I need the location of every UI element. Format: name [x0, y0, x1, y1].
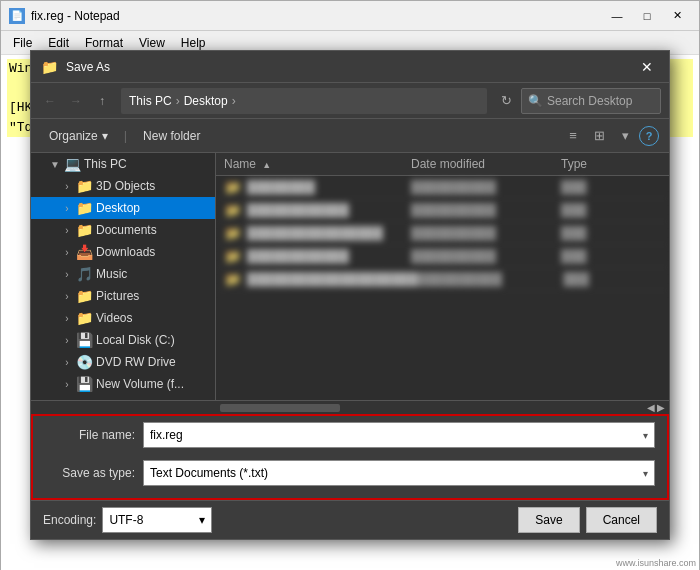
file-type-5: ███ [563, 272, 661, 286]
notepad-app-icon: 📄 [9, 8, 25, 24]
dialog-sidebar: ▼ 💻 This PC › 📁 3D Objects › 📁 Desktop ›… [31, 153, 216, 400]
view-list-icon[interactable]: ≡ [561, 124, 585, 148]
new-folder-button[interactable]: New folder [135, 126, 208, 146]
file-date-4: ██████████ [411, 249, 561, 263]
this-pc-label: This PC [84, 157, 209, 171]
dialog-title-left: 📁 Save As [41, 59, 110, 75]
encoding-select[interactable]: UTF-8 ▾ [102, 507, 212, 533]
save-type-label: Save as type: [45, 466, 135, 480]
save-type-row: Save as type: Text Documents (*.txt) ▾ [33, 457, 667, 492]
encoding-value: UTF-8 [109, 513, 143, 527]
file-name-3: ████████████████ [247, 226, 411, 240]
file-row[interactable]: 📁 ████████████ ██████████ ███ [216, 245, 669, 268]
watermark: www.isunshare.com [616, 558, 696, 568]
sidebar-item-music[interactable]: › 🎵 Music [31, 263, 215, 285]
folder-desktop-icon: 📁 [76, 200, 93, 216]
sidebar-item-new-volume[interactable]: › 💾 New Volume (f... [31, 373, 215, 395]
file-name-dropdown[interactable]: ▾ [643, 430, 648, 441]
save-type-value: Text Documents (*.txt) [150, 466, 268, 480]
encoding-dropdown[interactable]: ▾ [199, 513, 205, 527]
expand-dvd: › [61, 357, 73, 368]
sidebar-item-pictures[interactable]: › 📁 Pictures [31, 285, 215, 307]
file-row[interactable]: 📁 ████████████████████ ██████████ ███ [216, 268, 669, 291]
menu-file[interactable]: File [5, 34, 40, 52]
expand-new-vol: › [61, 379, 73, 390]
path-sep-2: › [232, 94, 236, 108]
file-icon-5: 📁 [224, 271, 241, 287]
file-name-4: ████████████ [247, 249, 411, 263]
menu-format[interactable]: Format [77, 34, 131, 52]
back-button[interactable]: ← [39, 90, 61, 112]
sidebar-item-documents[interactable]: › 📁 Documents [31, 219, 215, 241]
file-row[interactable]: 📁 ████████████ ██████████ ███ [216, 199, 669, 222]
view-dropdown-icon[interactable]: ▾ [613, 124, 637, 148]
file-type-2: ███ [561, 203, 661, 217]
up-button[interactable]: ↑ [91, 90, 113, 112]
forward-button[interactable]: → [65, 90, 87, 112]
folder-videos-icon: 📁 [76, 310, 93, 326]
minimize-button[interactable]: — [603, 5, 631, 27]
file-name-input[interactable]: fix.reg ▾ [143, 422, 655, 448]
encoding-area: Encoding: UTF-8 ▾ [43, 507, 518, 533]
sidebar-item-videos[interactable]: › 📁 Videos [31, 307, 215, 329]
sidebar-item-3d-objects[interactable]: › 📁 3D Objects [31, 175, 215, 197]
horizontal-scrollbar[interactable]: ◀ ▶ [31, 400, 669, 414]
save-button[interactable]: Save [518, 507, 579, 533]
new-volume-icon: 💾 [76, 376, 93, 392]
close-button[interactable]: ✕ [663, 5, 691, 27]
sidebar-item-this-pc[interactable]: ▼ 💻 This PC [31, 153, 215, 175]
scroll-left-icon[interactable]: ◀ [647, 402, 655, 413]
menu-help[interactable]: Help [173, 34, 214, 52]
button-group: Save Cancel [518, 507, 657, 533]
sidebar-item-desktop[interactable]: › 📁 Desktop [31, 197, 215, 219]
local-disk-icon: 💾 [76, 332, 93, 348]
sidebar-item-dvd-drive[interactable]: › 💿 DVD RW Drive [31, 351, 215, 373]
file-name-label: File name: [45, 428, 135, 442]
encoding-label: Encoding: [43, 513, 96, 527]
header-date: Date modified [411, 157, 561, 171]
sidebar-item-local-disk[interactable]: › 💾 Local Disk (C:) [31, 329, 215, 351]
cancel-button[interactable]: Cancel [586, 507, 657, 533]
folder-documents-icon: 📁 [76, 222, 93, 238]
search-box[interactable]: 🔍 Search Desktop [521, 88, 661, 114]
header-name: Name ▲ [224, 157, 411, 171]
file-date-5: ██████████ [417, 272, 563, 286]
nav-path[interactable]: This PC › Desktop › [121, 88, 487, 114]
menu-edit[interactable]: Edit [40, 34, 77, 52]
organize-button[interactable]: Organize ▾ [41, 126, 116, 146]
dialog-title: Save As [66, 60, 110, 74]
sidebar-item-downloads[interactable]: › 📥 Downloads [31, 241, 215, 263]
expand-local-disk: › [61, 335, 73, 346]
expand-3d: › [61, 181, 73, 192]
expand-music: › [61, 269, 73, 280]
refresh-button[interactable]: ↻ [495, 90, 517, 112]
dialog-close-button[interactable]: ✕ [635, 55, 659, 79]
videos-label: Videos [96, 311, 209, 325]
file-row[interactable]: 📁 ████████████████ ██████████ ███ [216, 222, 669, 245]
help-button[interactable]: ? [639, 126, 659, 146]
notepad-titlebar: 📄 fix.reg - Notepad — □ ✕ [1, 1, 699, 31]
dialog-titlebar: 📁 Save As ✕ [31, 51, 669, 83]
menu-view[interactable]: View [131, 34, 173, 52]
notepad-title: fix.reg - Notepad [31, 9, 120, 23]
file-date-2: ██████████ [411, 203, 561, 217]
file-name-2: ████████████ [247, 203, 411, 217]
sort-arrow: ▲ [262, 160, 271, 170]
expand-videos: › [61, 313, 73, 324]
filelist-header[interactable]: Name ▲ Date modified Type [216, 153, 669, 176]
save-type-dropdown[interactable]: ▾ [643, 468, 648, 479]
file-date-3: ██████████ [411, 226, 561, 240]
downloads-label: Downloads [96, 245, 209, 259]
expand-documents: › [61, 225, 73, 236]
file-row[interactable]: 📁 ████████ ██████████ ███ [216, 176, 669, 199]
file-icon-4: 📁 [224, 248, 241, 264]
dialog-filelist: Name ▲ Date modified Type 📁 ████████ ███… [216, 153, 669, 400]
view-details-icon[interactable]: ⊞ [587, 124, 611, 148]
save-type-input[interactable]: Text Documents (*.txt) ▾ [143, 460, 655, 486]
scroll-right-icon[interactable]: ▶ [657, 402, 665, 413]
file-icon-1: 📁 [224, 179, 241, 195]
h-scroll-thumb[interactable] [220, 404, 340, 412]
maximize-button[interactable]: □ [633, 5, 661, 27]
expand-pictures: › [61, 291, 73, 302]
organize-label: Organize [49, 129, 98, 143]
